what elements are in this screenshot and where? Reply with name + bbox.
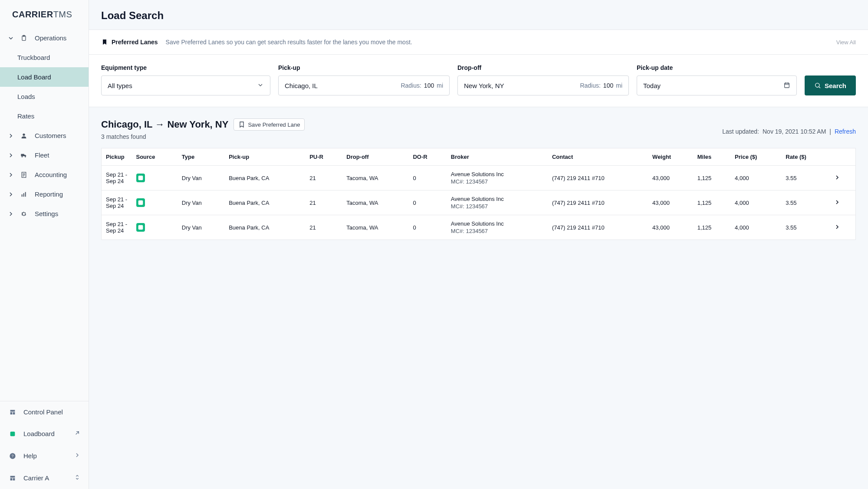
last-updated-value: Nov 19, 2021 10:52 AM <box>763 128 826 135</box>
cell-do-r: 0 <box>408 190 446 215</box>
cell-broker: Avenue Solutions IncMC#: 1234567 <box>447 190 548 215</box>
cell-row-arrow[interactable] <box>829 215 855 240</box>
th-miles[interactable]: Miles <box>693 148 730 166</box>
table-header-row: Pickup Source Type Pick-up PU-R Drop-off… <box>102 148 856 166</box>
source-badge-icon <box>136 174 145 182</box>
save-preferred-lane-button[interactable]: Save Preferred Lane <box>233 118 305 131</box>
sidebar-group-label: Accounting <box>35 171 67 178</box>
search-icon <box>814 82 821 89</box>
cell-row-arrow[interactable] <box>829 166 855 190</box>
th-broker[interactable]: Broker <box>447 148 548 166</box>
refresh-link[interactable]: Refresh <box>835 128 856 135</box>
filter-dropoff-value: New York, NY <box>464 82 504 89</box>
cell-weight: 43,000 <box>648 190 693 215</box>
sidebar-group-reporting[interactable]: Reporting <box>0 184 89 204</box>
sidebar-group-operations[interactable]: Operations <box>0 28 89 48</box>
filter-date-input[interactable]: Today <box>637 75 797 95</box>
th-pickup[interactable]: Pickup <box>102 148 132 166</box>
th-source[interactable]: Source <box>132 148 178 166</box>
chevron-right-icon <box>834 199 841 206</box>
main: Load Search Preferred Lanes Save Preferr… <box>89 0 868 489</box>
sidebar-group-label: Settings <box>35 210 58 217</box>
filter-pickup-label: Pick-up <box>278 64 450 71</box>
sidebar-footer-loadboard[interactable]: Loadboard <box>0 423 89 445</box>
cell-source <box>132 166 178 190</box>
cell-miles: 1,125 <box>693 190 730 215</box>
svg-point-3 <box>22 156 23 158</box>
gear-icon <box>19 210 29 217</box>
results-header: Chicago, IL → New York, NY Save Preferre… <box>101 118 856 140</box>
cell-contact: (747) 219 2411 #710 <box>548 166 648 190</box>
sidebar-group-label: Operations <box>35 34 66 42</box>
filter-equipment: Equipment type All types <box>101 64 270 95</box>
cell-source <box>132 215 178 240</box>
bookmark-icon <box>238 121 245 128</box>
sidebar-group-accounting[interactable]: Accounting <box>0 165 89 184</box>
sidebar-footer-controlpanel[interactable]: Control Panel <box>0 401 89 423</box>
results-lane-title: Chicago, IL → New York, NY <box>101 119 228 130</box>
sidebar-item-truckboard[interactable]: Truckboard <box>0 48 89 67</box>
cell-pu-r: 21 <box>305 190 342 215</box>
caret-down-icon <box>9 36 13 40</box>
caret-right-icon <box>9 134 13 138</box>
filter-pickup-radius-unit: mi <box>437 82 443 89</box>
svg-point-13 <box>815 83 819 87</box>
person-icon <box>19 132 29 139</box>
carrier-icon <box>8 475 17 482</box>
sidebar-group-settings[interactable]: Settings <box>0 204 89 223</box>
sidebar-item-rates[interactable]: Rates <box>0 106 89 126</box>
cell-row-arrow[interactable] <box>829 190 855 215</box>
table-row[interactable]: Sep 21 - Sep 24 Dry Van Buena Park, CA 2… <box>102 215 856 240</box>
sidebar-footer-help[interactable]: ? Help <box>0 445 89 467</box>
preferred-lanes-viewall[interactable]: View All <box>836 39 856 46</box>
source-badge-icon <box>136 198 145 207</box>
th-contact[interactable]: Contact <box>548 148 648 166</box>
table-row[interactable]: Sep 21 - Sep 24 Dry Van Buena Park, CA 2… <box>102 190 856 215</box>
svg-rect-16 <box>138 225 143 230</box>
cell-pu-r: 21 <box>305 166 342 190</box>
cell-weight: 43,000 <box>648 215 693 240</box>
caret-right-icon <box>9 173 13 177</box>
th-rate[interactable]: Rate ($) <box>781 148 829 166</box>
sidebar-item-loads[interactable]: Loads <box>0 87 89 106</box>
cell-broker: Avenue Solutions IncMC#: 1234567 <box>447 166 548 190</box>
search-button[interactable]: Search <box>805 75 856 95</box>
cell-dropoff-loc: Tacoma, WA <box>342 166 408 190</box>
th-pickup-loc[interactable]: Pick-up <box>224 148 305 166</box>
filter-equipment-select[interactable]: All types <box>101 75 270 95</box>
preferred-lanes-title: Preferred Lanes <box>101 39 158 46</box>
svg-point-4 <box>25 156 26 158</box>
svg-point-2 <box>23 133 25 135</box>
th-dropoff-loc[interactable]: Drop-off <box>342 148 408 166</box>
cell-pu-r: 21 <box>305 215 342 240</box>
cell-pickup-loc: Buena Park, CA <box>224 215 305 240</box>
filter-date-label: Pick-up date <box>637 64 797 71</box>
sidebar-footer-label: Loadboard <box>23 430 55 437</box>
sidebar-footer-label: Carrier A <box>23 474 49 482</box>
help-icon: ? <box>8 453 17 459</box>
th-pu-r[interactable]: PU-R <box>305 148 342 166</box>
cell-broker: Avenue Solutions IncMC#: 1234567 <box>447 215 548 240</box>
table-row[interactable]: Sep 21 - Sep 24 Dry Van Buena Park, CA 2… <box>102 166 856 190</box>
cell-pickup-range: Sep 21 - Sep 24 <box>102 215 132 240</box>
sidebar-group-label: Reporting <box>35 190 63 198</box>
svg-rect-12 <box>785 83 789 88</box>
sidebar-footer-carrier[interactable]: Carrier A <box>0 467 89 489</box>
filter-pickup-input[interactable]: Chicago, IL Radius: 100 mi <box>278 75 450 95</box>
preferred-lanes-bar: Preferred Lanes Save Preferred Lanes so … <box>89 30 868 55</box>
cell-price: 4,000 <box>730 190 781 215</box>
cell-pickup-range: Sep 21 - Sep 24 <box>102 166 132 190</box>
sidebar-group-label: Fleet <box>35 151 49 159</box>
sidebar-group-fleet[interactable]: Fleet <box>0 145 89 165</box>
th-do-r[interactable]: DO-R <box>408 148 446 166</box>
filter-dropoff-input[interactable]: New York, NY Radius: 100 mi <box>457 75 629 95</box>
cell-contact: (747) 219 2411 #710 <box>548 190 648 215</box>
cell-do-r: 0 <box>408 166 446 190</box>
th-weight[interactable]: Weight <box>648 148 693 166</box>
bookmark-icon <box>101 39 108 46</box>
th-type[interactable]: Type <box>178 148 224 166</box>
th-price[interactable]: Price ($) <box>730 148 781 166</box>
sidebar-item-loadboard[interactable]: Load Board <box>0 67 89 87</box>
svg-rect-14 <box>138 175 143 180</box>
sidebar-group-customers[interactable]: Customers <box>0 126 89 145</box>
